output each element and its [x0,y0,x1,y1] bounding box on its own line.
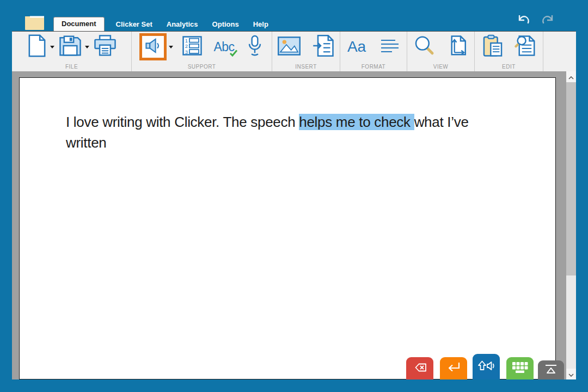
undo-redo-controls [515,13,556,30]
document-line-2: written [66,132,506,153]
keyboard-button[interactable] [506,357,534,379]
print-icon [94,35,117,59]
toolbar-group-edit: EDIT [475,32,543,71]
toolbar-group-label: FORMAT [340,64,407,70]
collapse-icon [543,364,559,377]
toolbar-group-label: EDIT [475,64,543,70]
main-menu-tabs: Document Clicker Set Analytics Options H… [53,17,275,31]
toolbar-group-label: VIEW [407,64,474,70]
speak-button-quick[interactable] [473,354,500,379]
collapse-keyboard-button[interactable] [538,360,564,379]
window-bottom-frame [0,379,588,392]
toolbar-group-insert: INSERT [272,32,340,71]
zoom-button[interactable] [412,34,436,60]
toolbar-group-label: FILE [12,64,131,70]
insert-document-button[interactable] [311,34,335,60]
page-setup-button[interactable] [446,34,470,60]
scrollbar-track[interactable] [566,82,576,369]
speak-dropdown[interactable] [169,46,173,48]
save-icon [59,35,82,59]
find-icon [514,35,536,59]
word-bank-button[interactable]: 1 2 3 [181,34,204,59]
zoom-icon [413,35,435,59]
paste-icon [482,34,504,59]
new-document-dropdown[interactable] [50,46,54,48]
paragraph-icon [379,38,400,56]
toolbar-group-label: SUPPORT [132,64,272,70]
vertical-scrollbar[interactable] [566,71,576,379]
spellcheck-button[interactable]: Abc [212,39,235,56]
scroll-down-button[interactable] [566,369,576,379]
speak-selection-icon [144,37,162,57]
backspace-icon [411,361,428,376]
toolbar-group-label: INSERT [272,64,340,70]
find-button[interactable] [513,34,537,60]
save-button[interactable] [58,34,83,60]
tab-options[interactable]: Options [205,18,246,31]
check-icon [229,49,238,59]
insert-picture-icon [278,36,301,58]
document-workspace: I love writing with Clicker. The speech … [12,71,576,379]
record-icon [247,35,263,59]
speak-icon [477,358,495,376]
tab-document[interactable]: Document [53,17,105,31]
document-line-1: I love writing with Clicker. The speech … [66,112,506,132]
keyboard-icon [511,361,529,376]
word-bank-icon: 1 2 3 [182,35,203,58]
document-text: I love writing with Clicker. The speech … [20,78,555,153]
clicker-app-window: Document Clicker Set Analytics Options H… [0,0,588,392]
insert-picture-button[interactable] [277,35,302,59]
titlebar: Document Clicker Set Analytics Options H… [0,0,588,31]
backspace-button[interactable] [406,357,433,379]
scroll-down-icon [568,369,574,379]
text-segment: written [66,134,106,151]
return-icon [445,360,462,377]
return-button[interactable] [440,357,467,379]
folder-icon[interactable] [24,13,45,33]
svg-text:3: 3 [185,49,188,55]
toolbar-spacer [543,32,576,71]
tab-clicker-set[interactable]: Clicker Set [109,18,160,31]
save-dropdown[interactable] [85,46,89,48]
new-document-button[interactable] [26,33,48,60]
print-button[interactable] [93,34,118,60]
insert-document-icon [313,35,334,59]
undo-icon[interactable] [515,13,531,30]
new-document-icon [27,34,47,59]
scroll-up-button[interactable] [566,71,576,82]
ribbon-toolbar: FILE [12,31,576,71]
tab-analytics[interactable]: Analytics [160,18,205,31]
document-page[interactable]: I love writing with Clicker. The speech … [19,77,556,379]
text-segment: I love writing with Clicker. The speech [66,114,299,130]
tab-help[interactable]: Help [246,18,275,31]
text-segment: what I’ve [414,114,469,130]
redo-icon[interactable] [540,13,556,30]
scrollbar-thumb[interactable] [566,82,576,275]
font-icon: Aa [347,38,366,56]
paragraph-button[interactable] [378,37,401,57]
font-button[interactable]: Aa [346,37,367,57]
scroll-up-icon [568,72,574,82]
speak-button[interactable] [139,33,167,60]
toolbar-group-format: Aa FORMAT [340,32,407,71]
record-button[interactable] [246,34,264,60]
toolbar-group-file: FILE [12,32,132,71]
toolbar-group-support: 1 2 3 Abc [132,32,272,71]
page-setup-icon [447,35,469,59]
toolbar-group-view: VIEW [407,32,475,71]
paste-button[interactable] [481,33,505,60]
selected-text: helps me to check [299,114,414,130]
